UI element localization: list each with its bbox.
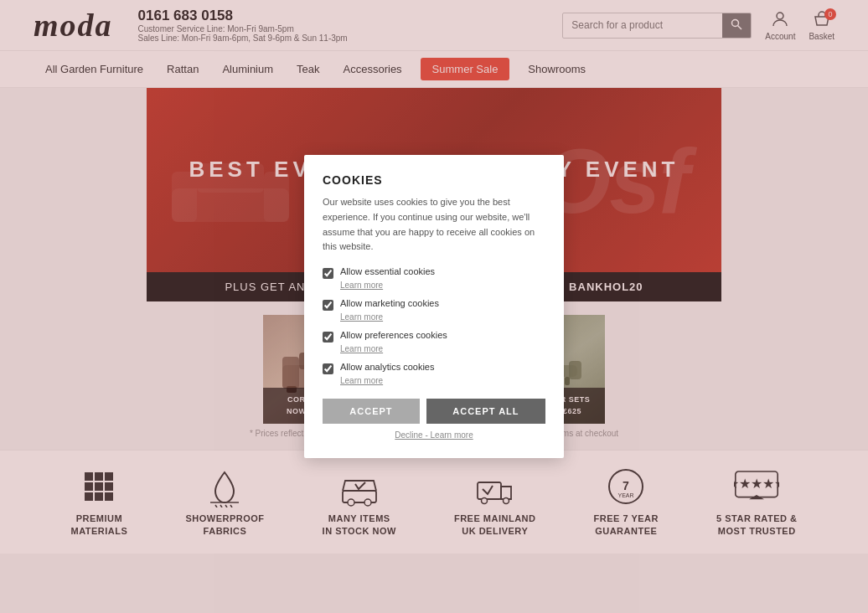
cookie-option-3: Allow analytics cookies Learn more [323,362,545,387]
decline-link[interactable]: Decline - Learn more [323,430,545,440]
cookie-essential-checkbox[interactable] [323,268,333,279]
cookie-analytics-label: Allow analytics cookies [340,362,435,372]
accept-button[interactable]: ACCEPT [323,399,420,424]
cookie-marketing-learn[interactable]: Learn more [340,312,383,322]
cookie-essential-learn[interactable]: Learn more [340,281,383,290]
cookie-description: Our website uses cookies to give you the… [323,195,545,254]
cookie-preferences-checkbox[interactable] [323,332,333,343]
cookie-overlay: COOKIES Our website uses cookies to give… [0,0,868,613]
accept-all-button[interactable]: ACCEPT ALL [426,399,545,424]
cookie-marketing-label: Allow marketing cookies [340,298,439,308]
cookie-title: COOKIES [323,173,545,187]
cookie-modal: COOKIES Our website uses cookies to give… [304,155,564,457]
cookie-buttons: ACCEPT ACCEPT ALL [323,399,545,424]
cookie-option-1: Allow marketing cookies Learn more [323,298,545,323]
cookie-analytics-learn[interactable]: Learn more [340,376,383,385]
cookie-marketing-checkbox[interactable] [323,300,333,311]
cookie-option-2: Allow preferences cookies Learn more [323,330,545,355]
cookie-option-0: Allow essential cookies Learn more [323,266,545,291]
cookie-preferences-learn[interactable]: Learn more [340,344,383,353]
cookie-essential-label: Allow essential cookies [340,266,435,276]
cookie-analytics-checkbox[interactable] [323,363,333,374]
cookie-preferences-label: Allow preferences cookies [340,330,447,340]
